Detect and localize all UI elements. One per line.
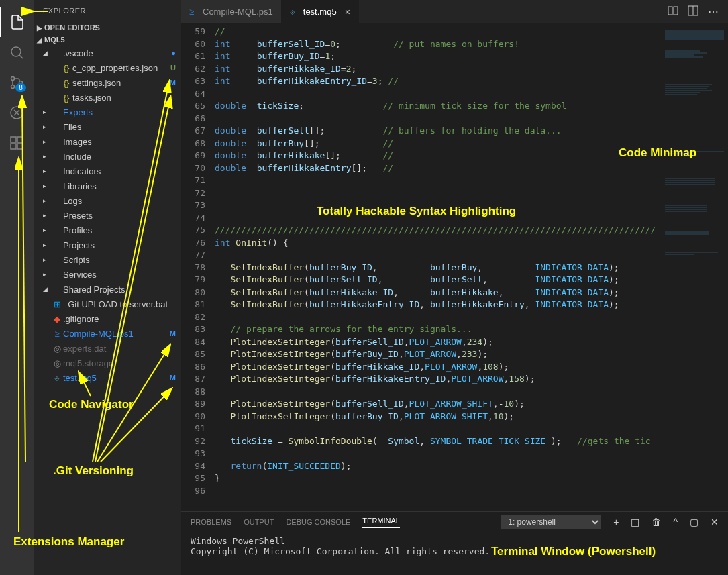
folder-files[interactable]: ▸Files bbox=[34, 119, 181, 134]
file-mql5-storage[interactable]: ◎mql5.storage bbox=[34, 356, 181, 370]
tab-compile-mql-ps1[interactable]: ≥Compile-MQL.ps1 bbox=[181, 0, 282, 23]
search-icon[interactable] bbox=[0, 37, 34, 67]
explorer-icon[interactable] bbox=[0, 7, 34, 37]
file--gitignore[interactable]: ◆.gitignore bbox=[34, 311, 181, 326]
file-compile-mql-ps1[interactable]: ≥Compile-MQL.ps1M bbox=[34, 326, 181, 341]
svg-rect-7 bbox=[11, 144, 16, 149]
code-editor[interactable]: 59 60 61 62 63 64 65 66 67 68 69 70 71 7… bbox=[181, 23, 728, 508]
folder-scripts[interactable]: ▸Scripts bbox=[34, 252, 181, 267]
svg-rect-5 bbox=[11, 137, 16, 142]
toggle-panel-icon[interactable]: ▢ bbox=[690, 517, 698, 527]
tab-bar: ≥Compile-MQL.ps1⟐test.mq5× ⋯ bbox=[181, 0, 728, 23]
file-test-mq5[interactable]: ⟐test.mq5M bbox=[34, 370, 181, 385]
line-gutter: 59 60 61 62 63 64 65 66 67 68 69 70 71 7… bbox=[181, 23, 215, 508]
extensions-icon[interactable] bbox=[0, 127, 34, 158]
sidebar: EXPLORER ▶OPEN EDITORS ◢MQL5 ◢.vscode●{}… bbox=[34, 0, 181, 575]
open-editors-header[interactable]: ▶OPEN EDITORS bbox=[34, 21, 181, 34]
terminal-panel: PROBLEMS OUTPUT DEBUG CONSOLE TERMINAL 1… bbox=[181, 511, 728, 575]
folder--vscode[interactable]: ◢.vscode● bbox=[34, 46, 181, 60]
close-panel-icon[interactable]: ✕ bbox=[711, 517, 719, 527]
folder-logs[interactable]: ▸Logs bbox=[34, 193, 181, 208]
folder-images[interactable]: ▸Images bbox=[34, 134, 181, 149]
file-tasks-json[interactable]: {}tasks.json bbox=[34, 90, 181, 105]
editor-area: ≥Compile-MQL.ps1⟐test.mq5× ⋯ 59 60 61 62… bbox=[181, 0, 728, 575]
panel-tabs: PROBLEMS OUTPUT DEBUG CONSOLE TERMINAL 1… bbox=[181, 512, 728, 532]
compare-changes-icon[interactable] bbox=[668, 5, 678, 18]
folder-libraries[interactable]: ▸Libraries bbox=[34, 178, 181, 193]
panel-tab-debug-console[interactable]: DEBUG CONSOLE bbox=[286, 518, 350, 526]
folder-services[interactable]: ▸Services bbox=[34, 267, 181, 282]
split-editor-icon[interactable] bbox=[688, 5, 698, 18]
maximize-panel-icon[interactable]: ^ bbox=[673, 517, 678, 527]
folder-profiles[interactable]: ▸Profiles bbox=[34, 223, 181, 238]
panel-tab-output[interactable]: OUTPUT bbox=[244, 518, 274, 526]
panel-tab-problems[interactable]: PROBLEMS bbox=[191, 518, 231, 526]
folder-presets[interactable]: ▸Presets bbox=[34, 208, 181, 223]
kill-terminal-icon[interactable]: 🗑 bbox=[652, 517, 661, 527]
root-header[interactable]: ◢MQL5 bbox=[34, 34, 181, 46]
panel-tab-terminal[interactable]: TERMINAL bbox=[362, 517, 400, 528]
file-settings-json[interactable]: {}settings.jsonM bbox=[34, 75, 181, 90]
svg-point-2 bbox=[11, 85, 15, 88]
activity-bar: 8 bbox=[0, 0, 34, 575]
scm-badge: 8 bbox=[15, 83, 26, 92]
file--git-upload-to-server-bat[interactable]: ⊞_Git UPLOAD to server.bat bbox=[34, 297, 181, 311]
code-content[interactable]: // int bufferSell_ID=0; // put names on … bbox=[215, 23, 661, 508]
folder-shared-projects[interactable]: ◢Shared Projects bbox=[34, 282, 181, 297]
svg-point-0 bbox=[11, 47, 21, 56]
file-experts-dat[interactable]: ◎experts.dat bbox=[34, 341, 181, 356]
svg-rect-8 bbox=[17, 144, 23, 149]
svg-rect-9 bbox=[668, 7, 672, 15]
source-control-icon[interactable]: 8 bbox=[0, 67, 34, 97]
file-tree: ◢.vscode●{}c_cpp_properties.jsonU{}setti… bbox=[34, 46, 181, 385]
tab-test-mq5[interactable]: ⟐test.mq5× bbox=[282, 0, 359, 23]
more-actions-icon[interactable]: ⋯ bbox=[708, 5, 719, 18]
folder-indicators[interactable]: ▸Indicators bbox=[34, 164, 181, 178]
folder-include[interactable]: ▸Include bbox=[34, 149, 181, 164]
minimap[interactable] bbox=[661, 23, 728, 508]
debug-icon[interactable] bbox=[0, 97, 34, 127]
new-terminal-icon[interactable]: + bbox=[613, 517, 619, 527]
terminal-selector[interactable]: 1: powershell bbox=[501, 515, 601, 529]
terminal-body[interactable]: Windows PowerShell Copyright (C) Microso… bbox=[181, 532, 728, 560]
close-tab-icon[interactable]: × bbox=[345, 7, 350, 17]
svg-point-1 bbox=[11, 76, 15, 80]
svg-rect-10 bbox=[674, 7, 678, 15]
split-terminal-icon[interactable]: ◫ bbox=[631, 517, 639, 527]
file-c-cpp-properties-json[interactable]: {}c_cpp_properties.jsonU bbox=[34, 60, 181, 75]
folder-projects[interactable]: ▸Projects bbox=[34, 238, 181, 252]
folder-experts[interactable]: ▸Experts bbox=[34, 105, 181, 119]
sidebar-title: EXPLORER bbox=[34, 0, 181, 21]
svg-rect-6 bbox=[17, 137, 23, 142]
